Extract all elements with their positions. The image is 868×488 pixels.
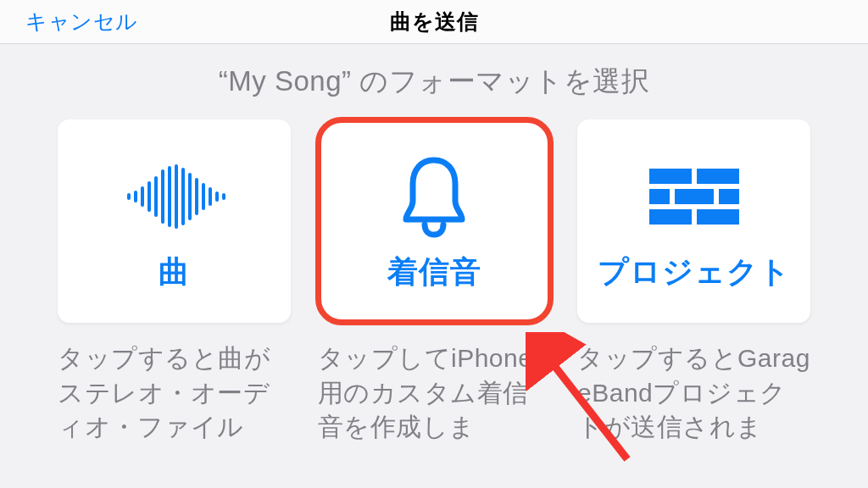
- format-subtitle: My Song のフォーマットを選択: [58, 63, 810, 101]
- project-label: プロジェクト: [598, 252, 791, 302]
- svg-rect-16: [697, 169, 739, 184]
- svg-rect-21: [697, 209, 739, 225]
- project-card[interactable]: プロジェクト: [577, 119, 810, 323]
- format-options: 曲 タップすると曲がステレオ・オーディオ・ファイル 着信音 タップしてiPhon…: [58, 119, 810, 445]
- song-description: タップすると曲がステレオ・オーディオ・ファイル: [58, 341, 291, 445]
- modal-content: My Song のフォーマットを選択: [0, 44, 868, 445]
- waveform-icon: [58, 141, 291, 252]
- modal-title: 曲を送信: [390, 8, 479, 36]
- cancel-button[interactable]: キャンセル: [25, 8, 138, 36]
- bricks-icon: [577, 141, 810, 252]
- option-ringtone: 着信音 タップしてiPhone用のカスタム着信音を作成しま: [318, 119, 551, 445]
- svg-rect-18: [675, 189, 714, 204]
- song-name: My Song: [228, 65, 342, 97]
- project-description: タップするとGarageBandプロジェクトが送信されま: [577, 341, 810, 445]
- svg-rect-19: [719, 189, 739, 204]
- subtitle-suffix: のフォーマットを選択: [352, 65, 650, 97]
- ringtone-description: タップしてiPhone用のカスタム着信音を作成しま: [318, 341, 551, 445]
- modal-header: キャンセル 曲を送信: [0, 0, 868, 44]
- song-card[interactable]: 曲: [58, 119, 291, 323]
- svg-rect-20: [649, 209, 692, 225]
- option-project: プロジェクト タップするとGarageBandプロジェクトが送信されま: [577, 119, 810, 445]
- ringtone-label: 着信音: [387, 252, 481, 302]
- bell-icon: [318, 141, 551, 252]
- svg-rect-17: [649, 189, 670, 204]
- ringtone-card[interactable]: 着信音: [318, 119, 551, 323]
- song-label: 曲: [159, 252, 190, 302]
- svg-rect-15: [649, 169, 692, 184]
- option-song: 曲 タップすると曲がステレオ・オーディオ・ファイル: [58, 119, 291, 445]
